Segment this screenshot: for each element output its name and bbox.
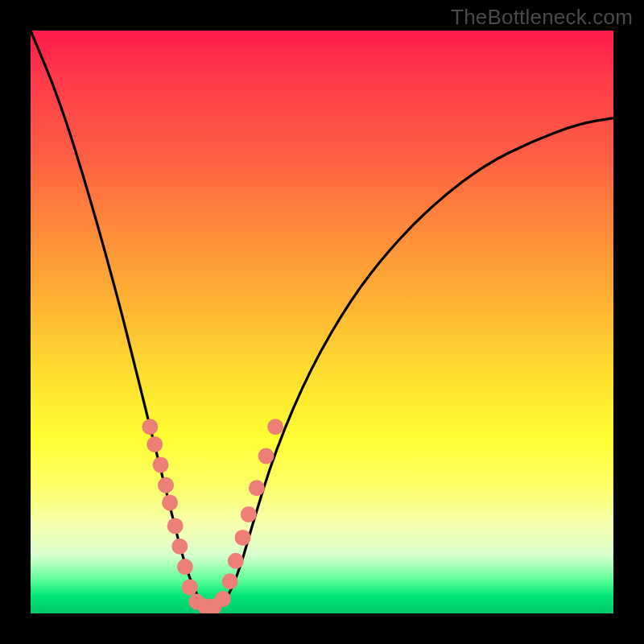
watermark-text: TheBottleneck.com xyxy=(451,5,633,30)
marker-group xyxy=(142,419,283,613)
plot-area xyxy=(31,31,613,613)
marker-dot xyxy=(241,506,257,522)
marker-dot xyxy=(167,518,184,534)
marker-dot xyxy=(182,579,198,595)
bottleneck-curve xyxy=(31,31,613,608)
marker-dot xyxy=(171,539,188,555)
marker-dot xyxy=(162,494,178,510)
marker-dot xyxy=(228,553,244,569)
marker-dot xyxy=(215,591,231,607)
curve-layer xyxy=(31,31,613,613)
marker-dot xyxy=(222,573,238,589)
marker-dot xyxy=(142,419,158,435)
marker-dot xyxy=(177,559,193,575)
marker-dot xyxy=(267,419,283,435)
marker-dot xyxy=(249,480,265,496)
marker-dot xyxy=(158,477,174,493)
marker-dot xyxy=(147,436,163,452)
marker-dot xyxy=(153,456,169,473)
marker-dot xyxy=(258,448,275,464)
chart-frame: TheBottleneck.com xyxy=(0,0,644,644)
marker-dot xyxy=(235,530,251,546)
